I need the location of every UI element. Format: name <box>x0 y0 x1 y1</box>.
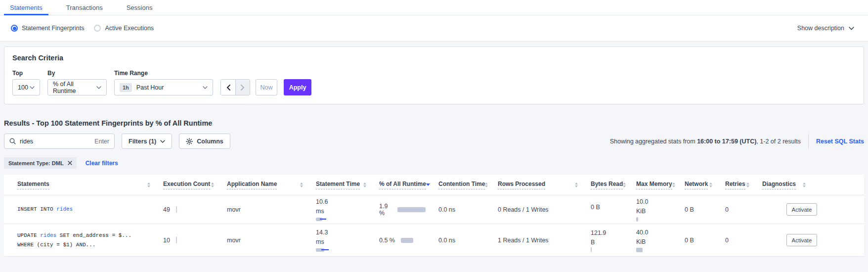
activate-diagnostics-button[interactable]: Activate <box>786 203 818 216</box>
statement-time-bar <box>316 217 366 222</box>
pct-runtime-cell: 1.9 % <box>379 203 438 217</box>
by-select[interactable]: % of All Runtime <box>47 79 107 95</box>
activate-diagnostics-button[interactable]: Activate <box>786 234 818 246</box>
retries-cell: 0 <box>725 206 762 213</box>
statements-table: Statements Execution Count Application N… <box>4 175 864 257</box>
stats-summary-text: Showing aggregated stats from 16:00 to 1… <box>610 138 801 145</box>
filter-chip-statement-type: Statement Type: DML <box>4 157 77 169</box>
column-header-application-name[interactable]: Application Name <box>227 181 316 189</box>
sort-icon <box>147 182 150 187</box>
top-select-value: 100 <box>18 84 28 91</box>
column-header-execution-count[interactable]: Execution Count <box>163 181 227 189</box>
sort-icon <box>300 182 303 187</box>
radio-statement-fingerprints-label: Statement Fingerprints <box>22 25 84 32</box>
network-cell: 0 B <box>685 206 725 213</box>
radio-unselected-icon <box>94 25 101 32</box>
filter-chip-label: Statement Type: DML <box>8 160 64 166</box>
tab-statements[interactable]: Statements <box>4 0 48 15</box>
radio-statement-fingerprints[interactable]: Statement Fingerprints <box>11 25 84 32</box>
column-header-rows-processed[interactable]: Rows Processed <box>498 181 591 189</box>
sort-icon <box>803 182 806 187</box>
top-field: Top 100 <box>12 70 40 95</box>
diagnostics-cell: Activate <box>762 203 854 216</box>
by-select-value: % of All Runtime <box>53 81 96 94</box>
execution-count-bar <box>176 237 177 243</box>
statement-link[interactable]: INSERT INTO rides <box>17 205 163 214</box>
time-range-label: Time Range <box>114 70 213 77</box>
column-header-max-memory[interactable]: Max Memory <box>636 181 685 189</box>
next-time-window-button[interactable] <box>235 80 250 95</box>
column-header-statements[interactable]: Statements <box>17 181 163 189</box>
filters-button[interactable]: Filters (1) <box>122 134 172 149</box>
close-icon[interactable] <box>68 161 72 165</box>
statement-time-cell: 14.3ms <box>316 228 379 252</box>
statement-time-bar <box>316 248 366 252</box>
search-enter-hint: Enter <box>94 138 109 145</box>
clear-filters-link[interactable]: Clear filters <box>86 160 118 167</box>
search-criteria-card: Search Criteria Top 100 By % of All Runt… <box>4 46 864 104</box>
chevron-right-icon <box>241 85 245 91</box>
max-memory-bar <box>636 217 638 222</box>
pct-runtime-bar <box>397 207 426 212</box>
statement-link[interactable]: UPDATE rides SET end_address = $... WHER… <box>17 231 163 249</box>
top-label: Top <box>12 70 40 77</box>
bytes-read-cell: 0 B <box>591 203 636 217</box>
max-memory-bar <box>636 248 643 252</box>
radio-active-executions[interactable]: Active Executions <box>94 25 154 32</box>
execution-count-bar <box>176 206 177 213</box>
max-memory-cell: 40.0KiB <box>636 228 685 252</box>
previous-time-window-button[interactable] <box>221 80 235 95</box>
tab-sessions[interactable]: Sessions <box>121 0 159 15</box>
column-header-retries[interactable]: Retries <box>725 181 762 189</box>
table-header-row: Statements Execution Count Application N… <box>4 175 864 195</box>
apply-button[interactable]: Apply <box>284 79 311 95</box>
search-criteria-title: Search Criteria <box>12 54 856 62</box>
columns-button-label: Columns <box>197 138 223 145</box>
table-row: UPDATE rides SET end_address = $... WHER… <box>4 224 864 257</box>
column-header-diagnostics[interactable]: Diagnostics <box>762 181 854 189</box>
max-latency-marker <box>320 219 326 220</box>
bytes-read-bar <box>591 247 592 252</box>
view-toggle-bar: Statement Fingerprints Active Executions… <box>0 15 868 42</box>
results-toolbar: Enter Filters (1) Columns Showing aggreg… <box>4 134 864 149</box>
chevron-down-icon <box>203 86 208 89</box>
search-input[interactable] <box>20 138 90 145</box>
filters-button-label: Filters (1) <box>129 138 156 145</box>
sql-table-name: rides <box>40 232 56 238</box>
time-range-field: Time Range 1h Past Hour <box>114 70 213 95</box>
columns-button[interactable]: Columns <box>179 134 230 149</box>
active-filters-row: Statement Type: DML Clear filters <box>4 157 864 169</box>
top-select[interactable]: 100 <box>12 79 40 95</box>
stats-time-range: 16:00 to 17:59 (UTC) <box>697 138 756 145</box>
sql-table-name: rides <box>56 206 73 212</box>
chevron-left-icon <box>226 85 230 91</box>
column-header-bytes-read[interactable]: Bytes Read <box>591 181 636 189</box>
time-window-arrows <box>220 79 250 95</box>
execution-count-cell: 10 <box>163 237 227 244</box>
now-button[interactable]: Now <box>256 79 277 95</box>
rows-processed-cell: 1 Reads / 1 Writes <box>498 237 591 244</box>
time-range-select[interactable]: 1h Past Hour <box>114 79 213 95</box>
max-memory-cell: 10.0KiB <box>636 197 685 222</box>
reset-sql-stats-link[interactable]: Reset SQL Stats <box>816 138 864 145</box>
column-header-pct-of-all-runtime[interactable]: % of All Runtime <box>379 181 438 189</box>
sort-icon <box>363 182 366 187</box>
chevron-down-icon <box>30 86 35 89</box>
chevron-down-icon <box>849 27 854 30</box>
max-latency-marker <box>321 249 329 250</box>
sort-desc-icon <box>426 183 430 186</box>
column-header-network[interactable]: Network <box>685 181 725 189</box>
time-range-value: Past Hour <box>136 84 164 91</box>
sort-icon <box>623 182 626 187</box>
column-header-statement-time[interactable]: Statement Time <box>316 181 379 189</box>
show-description-toggle[interactable]: Show description <box>797 25 854 32</box>
sort-icon <box>575 182 578 187</box>
sort-icon <box>709 182 712 187</box>
tab-transactions[interactable]: Transactions <box>60 0 109 15</box>
results-summary: Showing aggregated stats from 16:00 to 1… <box>610 134 864 149</box>
network-cell: 0 B <box>685 237 725 244</box>
column-header-contention-time[interactable]: Contention Time <box>438 181 498 189</box>
chevron-down-icon <box>96 86 101 89</box>
search-criteria-form: Top 100 By % of All Runtime Time Range 1… <box>12 70 856 95</box>
radio-active-executions-label: Active Executions <box>105 25 154 32</box>
